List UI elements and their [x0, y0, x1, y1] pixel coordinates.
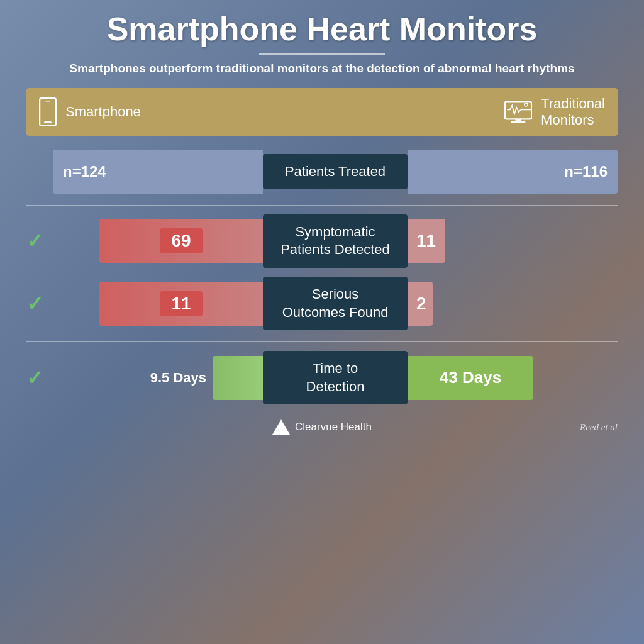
symptomatic-right-value: 11: [416, 231, 436, 251]
footer: Clearvue Health Reed et al: [26, 419, 618, 435]
page-title: Smartphone Heart Monitors: [107, 11, 538, 47]
check-symptomatic: ✓: [26, 229, 50, 253]
serious-left-bar: 11: [99, 282, 263, 326]
patients-treated-label: Patients Treated: [263, 154, 408, 190]
main-container: Smartphone Heart Monitors Smartphones ou…: [0, 0, 644, 644]
patients-left-section: n=124: [53, 150, 263, 194]
serious-right-value: 2: [416, 294, 426, 314]
serious-left-value: 11: [160, 291, 202, 316]
svg-line-7: [527, 103, 528, 104]
symptomatic-right-section: 11: [408, 219, 618, 263]
time-label: Time toDetection: [263, 351, 408, 404]
title-divider: [259, 53, 385, 55]
svg-rect-2: [45, 101, 50, 102]
time-right-value: 43 Days: [440, 368, 501, 387]
serious-left-section: 11: [53, 282, 263, 326]
serious-label: SeriousOutcomes Found: [263, 277, 408, 330]
check-serious: ✓: [26, 292, 50, 316]
svg-rect-5: [511, 121, 526, 123]
patients-right-bar: n=116: [408, 150, 618, 194]
clearvue-logo-icon: [272, 419, 290, 435]
brand-name: Clearvue Health: [295, 421, 372, 433]
brand-section: Clearvue Health: [272, 419, 372, 435]
time-left-section: 9.5 Days: [53, 356, 263, 400]
monitor-icon: [504, 101, 532, 123]
smartphone-icon: [39, 97, 57, 126]
metrics-section: n=124 Patients Treated n=116 ✓ 69 Sympto…: [26, 150, 618, 414]
symptomatic-label: SymptomaticPatients Detected: [263, 214, 408, 268]
divider-2: [26, 341, 618, 342]
time-right-section: 43 Days: [408, 356, 618, 400]
subtitle-text: Smartphones outperform traditional monit…: [69, 62, 574, 75]
citation: Reed et al: [580, 422, 618, 433]
serious-row: ✓ 11 SeriousOutcomes Found 2: [26, 277, 618, 330]
legend-bar: Smartphone TraditionalMonitors: [26, 88, 618, 136]
subtitle: Smartphones outperform traditional monit…: [69, 61, 574, 77]
patients-treated-row: n=124 Patients Treated n=116: [26, 150, 618, 194]
time-row: ✓ 9.5 Days Time toDetection 43 Days: [26, 351, 618, 404]
traditional-label: TraditionalMonitors: [541, 96, 605, 128]
symptomatic-row: ✓ 69 SymptomaticPatients Detected 11: [26, 214, 618, 268]
serious-right-section: 2: [408, 282, 618, 326]
time-right-bar: 43 Days: [408, 356, 533, 400]
patients-right-section: n=116: [408, 150, 618, 194]
smartphone-label: Smartphone: [65, 104, 141, 120]
patients-left-value: n=124: [63, 163, 106, 180]
symptomatic-right-bar: 11: [408, 219, 445, 263]
symptomatic-left-bar: 69: [99, 219, 263, 263]
time-left-bar: [213, 356, 263, 400]
patients-left-bar: n=124: [53, 150, 263, 194]
traditional-legend: TraditionalMonitors: [504, 96, 605, 128]
symptomatic-left-value: 69: [160, 228, 202, 253]
smartphone-legend: Smartphone: [39, 97, 141, 126]
svg-rect-1: [44, 121, 52, 123]
divider-1: [26, 205, 618, 206]
symptomatic-left-section: 69: [53, 219, 263, 263]
check-time: ✓: [26, 366, 50, 390]
time-left-value: 9.5 Days: [150, 370, 206, 386]
serious-right-bar: 2: [408, 282, 433, 326]
patients-right-value: n=116: [564, 163, 608, 180]
